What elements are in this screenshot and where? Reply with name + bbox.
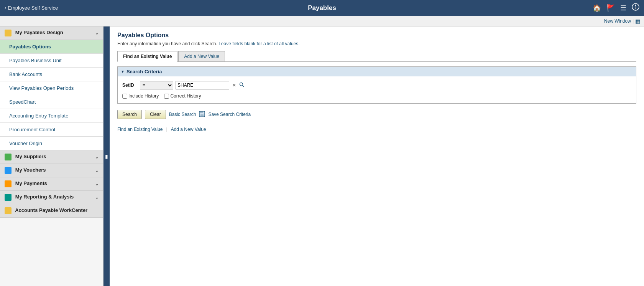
sidebar-group-my-suppliers[interactable]: My Suppliers ⌄ <box>0 150 103 164</box>
setid-operator[interactable]: = begins with contains <box>140 81 173 89</box>
correct-history-label: Correct History <box>164 93 201 99</box>
my-payments-icon <box>5 180 12 187</box>
back-arrow-icon: ‹ <box>5 5 6 11</box>
my-payables-design-label: My Payables Design <box>15 30 63 35</box>
my-payables-design-items: Payables Options Payables Business Unit … <box>0 40 103 150</box>
include-history-checkbox[interactable] <box>122 94 127 99</box>
svg-marker-2 <box>635 7 636 10</box>
my-payments-label: My Payments <box>15 180 47 186</box>
flag-icon[interactable]: 🚩 <box>606 4 615 12</box>
sidebar-collapse-button[interactable]: ▮ <box>104 26 110 286</box>
collapse-icon: ▮ <box>105 153 108 159</box>
sidebar-group-my-payments[interactable]: My Payments ⌄ <box>0 177 103 191</box>
ap-workcenter-label: Accounts Payable WorkCenter <box>15 207 87 213</box>
sidebar-item-view-payables-open-periods[interactable]: View Payables Open Periods <box>0 81 103 95</box>
sidebar-item-bank-accounts[interactable]: Bank Accounts <box>0 68 103 81</box>
sidebar-item-voucher-origin[interactable]: Voucher Origin <box>0 137 103 150</box>
correct-history-checkbox[interactable] <box>164 94 169 99</box>
save-search-icon[interactable] <box>199 111 205 118</box>
main-tabs: Find an Existing Value Add a New Value <box>117 51 636 62</box>
page-title: Payables Options <box>117 32 636 39</box>
svg-line-4 <box>243 85 245 87</box>
my-vouchers-chevron: ⌄ <box>95 168 99 173</box>
ap-workcenter-icon <box>5 207 12 214</box>
top-nav-title: Payables <box>308 4 336 12</box>
criteria-label: Search Criteria <box>127 69 162 74</box>
sidebar-item-payables-options[interactable]: Payables Options <box>0 40 103 54</box>
top-nav-icons: 🏠 🚩 ☰ <box>593 3 639 13</box>
bottom-find-existing-link[interactable]: Find an Existing Value <box>117 127 163 132</box>
sidebar-group-my-reporting[interactable]: My Reporting & Analysis ⌄ <box>0 191 103 204</box>
criteria-collapse-icon: ▼ <box>121 69 125 74</box>
sidebar-group-my-vouchers[interactable]: My Vouchers ⌄ <box>0 164 103 177</box>
search-criteria-section: ▼ Search Criteria SetID = begins with co… <box>117 66 636 104</box>
svg-rect-7 <box>200 114 204 116</box>
tab-add-new[interactable]: Add a New Value <box>178 51 225 61</box>
svg-point-3 <box>240 83 243 86</box>
back-button[interactable]: ‹ Employee Self Service <box>5 5 58 11</box>
sidebar-group-ap-workcenter[interactable]: Accounts Payable WorkCenter <box>0 204 103 218</box>
search-button[interactable]: Search <box>117 110 142 119</box>
setid-clear-button[interactable]: ✕ <box>232 83 237 88</box>
action-buttons-row: Search Clear Basic Search Save Search Cr… <box>117 110 636 119</box>
my-payments-chevron: ⌄ <box>95 182 99 187</box>
criteria-body: SetID = begins with contains ✕ <box>118 76 636 103</box>
svg-rect-6 <box>200 111 203 113</box>
compass-icon[interactable] <box>632 3 639 13</box>
home-icon[interactable]: 🏠 <box>593 4 601 12</box>
my-vouchers-icon <box>5 167 12 174</box>
my-reporting-chevron: ⌄ <box>95 195 99 200</box>
setid-row: SetID = begins with contains ✕ <box>122 81 631 89</box>
my-vouchers-label: My Vouchers <box>15 167 46 173</box>
my-payables-design-chevron: ⌄ <box>95 31 99 36</box>
criteria-header[interactable]: ▼ Search Criteria <box>118 67 636 76</box>
back-button-label: Employee Self Service <box>8 5 58 11</box>
save-search-criteria-link[interactable]: Save Search Criteria <box>208 112 251 117</box>
include-history-label: Include History <box>122 93 159 99</box>
my-suppliers-chevron: ⌄ <box>95 155 99 160</box>
bottom-sep: | <box>166 127 168 132</box>
sub-header-sep: | <box>632 18 634 24</box>
sidebar-item-payables-business-unit[interactable]: Payables Business Unit <box>0 54 103 68</box>
my-payables-design-icon <box>5 30 12 36</box>
main-content: Payables Options Enter any information y… <box>110 26 644 286</box>
setid-search-icon-button[interactable] <box>239 82 245 89</box>
grid-icon[interactable]: ▦ <box>635 18 640 24</box>
page-desc-link[interactable]: Leave fields blank for a list of all val… <box>219 41 299 46</box>
sub-header: New Window | ▦ <box>0 16 644 26</box>
setid-label: SetID <box>122 83 138 88</box>
bottom-add-new-link[interactable]: Add a New Value <box>171 127 206 132</box>
history-checkboxes: Include History Correct History <box>122 93 631 99</box>
my-suppliers-label: My Suppliers <box>15 154 46 159</box>
sidebar-group-my-payables-design[interactable]: My Payables Design ⌄ <box>0 26 103 40</box>
my-suppliers-icon <box>5 154 12 160</box>
sidebar: My Payables Design ⌄ Payables Options Pa… <box>0 26 104 286</box>
bottom-links: Find an Existing Value | Add a New Value <box>117 127 636 132</box>
my-reporting-label: My Reporting & Analysis <box>15 194 74 200</box>
basic-search-link[interactable]: Basic Search <box>169 112 196 117</box>
setid-value[interactable] <box>176 81 229 89</box>
page-description: Enter any information you have and click… <box>117 41 636 46</box>
svg-marker-1 <box>635 4 636 7</box>
sidebar-item-accounting-entry-template[interactable]: Accounting Entry Template <box>0 109 103 123</box>
menu-icon[interactable]: ☰ <box>620 4 626 12</box>
sidebar-item-procurement-control[interactable]: Procurement Control <box>0 123 103 137</box>
tab-find-existing[interactable]: Find an Existing Value <box>117 51 177 62</box>
main-layout: My Payables Design ⌄ Payables Options Pa… <box>0 26 644 286</box>
clear-button[interactable]: Clear <box>145 110 166 119</box>
top-navigation: ‹ Employee Self Service Payables 🏠 🚩 ☰ <box>0 0 644 16</box>
my-reporting-icon <box>5 194 12 201</box>
sidebar-item-speedchart[interactable]: SpeedChart <box>0 95 103 109</box>
new-window-link[interactable]: New Window <box>604 18 631 24</box>
